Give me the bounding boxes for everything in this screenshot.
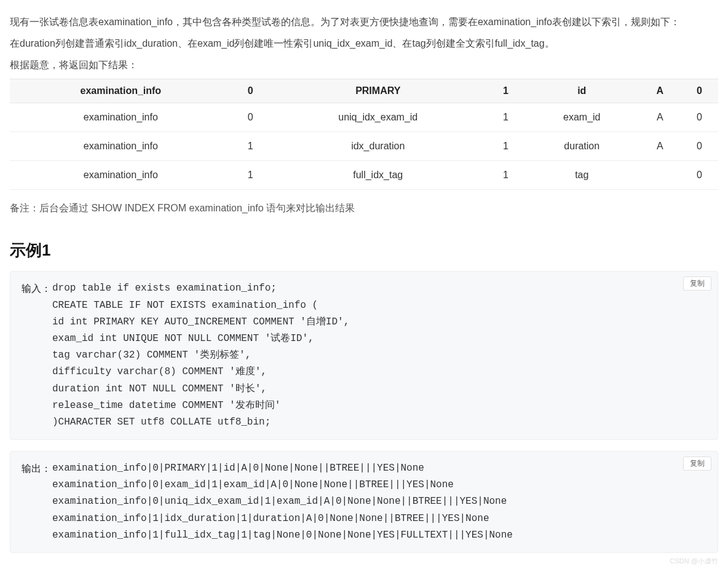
td: uniq_idx_exam_id: [269, 103, 487, 132]
td: 0: [232, 103, 269, 132]
intro-p1: 现有一张试卷信息表examination_info，其中包含各种类型试卷的信息。…: [10, 14, 718, 31]
td: 1: [487, 161, 524, 190]
td: tag: [524, 161, 639, 190]
code-label-input: 输入：: [22, 280, 52, 297]
intro-p2: 在duration列创建普通索引idx_duration、在exam_id列创建…: [10, 35, 718, 53]
td: full_idx_tag: [269, 161, 487, 190]
code-block-output: 复制 输出：examination_info|0|PRIMARY|1|id|A|…: [10, 451, 718, 553]
result-table: examination_info 0 PRIMARY 1 id A 0 exam…: [10, 79, 718, 190]
th: A: [639, 79, 681, 103]
td: idx_duration: [269, 132, 487, 161]
td: 1: [232, 132, 269, 161]
td: 0: [681, 161, 718, 190]
td: examination_info: [10, 132, 232, 161]
table-row: examination_info 1 idx_duration 1 durati…: [10, 132, 718, 161]
td: [639, 161, 681, 190]
table-row: examination_info 1 full_idx_tag 1 tag 0: [10, 161, 718, 190]
table-header-row: examination_info 0 PRIMARY 1 id A 0: [10, 79, 718, 103]
copy-button[interactable]: 复制: [683, 456, 711, 471]
th: 0: [681, 79, 718, 103]
td: 1: [232, 161, 269, 190]
td: 0: [681, 132, 718, 161]
copy-button[interactable]: 复制: [683, 276, 711, 291]
td: 1: [487, 132, 524, 161]
td: 1: [487, 103, 524, 132]
note: 备注：后台会通过 SHOW INDEX FROM examination_inf…: [10, 202, 718, 215]
code-content-input: drop table if exists examination_info; C…: [52, 280, 349, 431]
th: PRIMARY: [269, 79, 487, 103]
code-content-output: examination_info|0|PRIMARY|1|id|A|0|None…: [52, 460, 513, 544]
td: exam_id: [524, 103, 639, 132]
code-block-input: 复制 输入：drop table if exists examination_i…: [10, 271, 718, 440]
td: examination_info: [10, 161, 232, 190]
th: id: [524, 79, 639, 103]
th: 1: [487, 79, 524, 103]
td: A: [639, 103, 681, 132]
td: examination_info: [10, 103, 232, 132]
th: 0: [232, 79, 269, 103]
table-row: examination_info 0 uniq_idx_exam_id 1 ex…: [10, 103, 718, 132]
example-title: 示例1: [10, 240, 718, 261]
td: 0: [681, 103, 718, 132]
watermark: CSDN @小虚竹: [670, 557, 718, 566]
th: examination_info: [10, 79, 232, 103]
code-label-output: 输出：: [22, 460, 52, 477]
intro-p3: 根据题意，将返回如下结果：: [10, 57, 718, 74]
td: duration: [524, 132, 639, 161]
td: A: [639, 132, 681, 161]
